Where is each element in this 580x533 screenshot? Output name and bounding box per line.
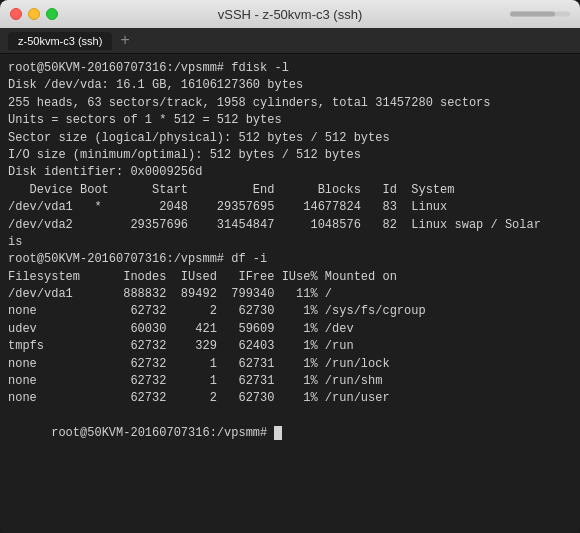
terminal-window: vSSH - z-50kvm-c3 (ssh) z-50kvm-c3 (ssh)…	[0, 0, 580, 533]
terminal-line-21: none 62732 1 62731 1% /run/shm	[8, 373, 572, 390]
terminal-line-7: I/O size (minimum/optimal): 512 bytes / …	[8, 147, 572, 164]
window-title: vSSH - z-50kvm-c3 (ssh)	[218, 7, 362, 22]
terminal-body[interactable]: root@50KVM-20160707316:/vpsmm# fdisk -l …	[0, 54, 580, 533]
tab-active[interactable]: z-50kvm-c3 (ssh)	[8, 32, 112, 50]
terminal-line-20: none 62732 1 62731 1% /run/lock	[8, 356, 572, 373]
new-tab-button[interactable]: +	[116, 33, 134, 49]
terminal-line-14: root@50KVM-20160707316:/vpsmm# df -i	[8, 251, 572, 268]
tab-label: z-50kvm-c3 (ssh)	[18, 35, 102, 47]
terminal-line-5: Units = sectors of 1 * 512 = 512 bytes	[8, 112, 572, 129]
terminal-line-18: udev 60030 421 59609 1% /dev	[8, 321, 572, 338]
terminal-line-12: /dev/vda2 29357696 31454847 1048576 82 L…	[8, 217, 572, 234]
terminal-line-15: Filesystem Inodes IUsed IFree IUse% Moun…	[8, 269, 572, 286]
terminal-line-16: /dev/vda1 888832 89492 799340 11% /	[8, 286, 572, 303]
terminal-line-13: is	[8, 234, 572, 251]
terminal-line-8: Disk identifier: 0x0009256d	[8, 164, 572, 181]
close-button[interactable]	[10, 8, 22, 20]
tab-bar: z-50kvm-c3 (ssh) +	[0, 28, 580, 54]
terminal-line-19: tmpfs 62732 329 62403 1% /run	[8, 338, 572, 355]
terminal-line-17: none 62732 2 62730 1% /sys/fs/cgroup	[8, 303, 572, 320]
progress-bar	[510, 12, 570, 17]
cursor	[274, 426, 282, 440]
progress-bar-fill	[510, 12, 555, 17]
terminal-line-1: root@50KVM-20160707316:/vpsmm# fdisk -l	[8, 60, 572, 77]
terminal-line-11: /dev/vda1 * 2048 29357695 14677824 83 Li…	[8, 199, 572, 216]
terminal-prompt-final: root@50KVM-20160707316:/vpsmm#	[8, 408, 572, 460]
terminal-line-3: Disk /dev/vda: 16.1 GB, 16106127360 byte…	[8, 77, 572, 94]
terminal-line-4: 255 heads, 63 sectors/track, 1958 cylind…	[8, 95, 572, 112]
prompt-text: root@50KVM-20160707316:/vpsmm#	[51, 426, 274, 440]
traffic-lights	[10, 8, 58, 20]
terminal-line-22: none 62732 2 62730 1% /run/user	[8, 390, 572, 407]
title-bar: vSSH - z-50kvm-c3 (ssh)	[0, 0, 580, 28]
minimize-button[interactable]	[28, 8, 40, 20]
terminal-line-10: Device Boot Start End Blocks Id System	[8, 182, 572, 199]
maximize-button[interactable]	[46, 8, 58, 20]
terminal-line-6: Sector size (logical/physical): 512 byte…	[8, 130, 572, 147]
